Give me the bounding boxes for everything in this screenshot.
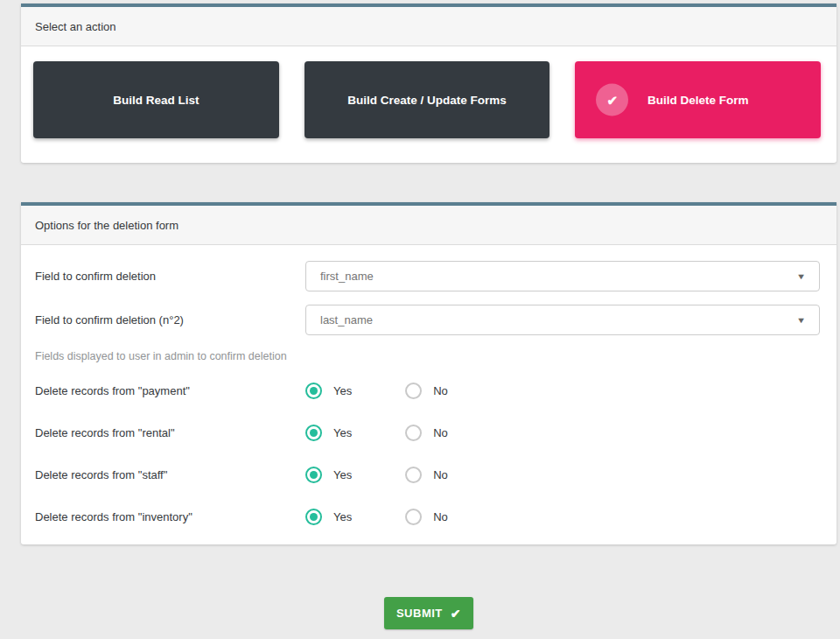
check-icon: ✔ [596, 84, 628, 116]
radio-option-yes[interactable]: Yes [305, 425, 352, 441]
radio-unselected-icon[interactable] [405, 509, 422, 525]
build-read-list-button[interactable]: Build Read List [33, 61, 279, 138]
radio-label: Yes [333, 510, 352, 523]
radio-option-no[interactable]: No [405, 467, 448, 483]
radio-row-staff: Delete records from "staff" Yes No [35, 460, 820, 488]
radio-option-yes[interactable]: Yes [305, 467, 352, 483]
select-value: last_name [320, 313, 373, 327]
chevron-down-icon: ▼ [796, 316, 806, 325]
field-label: Field to confirm deletion [35, 270, 305, 283]
radio-option-no[interactable]: No [405, 425, 448, 441]
radio-label: No [433, 510, 448, 523]
radio-label: No [433, 426, 448, 439]
action-panel: Select an action Build Read List Build C… [21, 4, 836, 163]
radio-label: No [433, 468, 448, 481]
radio-selected-icon[interactable] [305, 425, 322, 441]
radio-selected-icon[interactable] [305, 383, 322, 399]
radio-selected-icon[interactable] [305, 467, 322, 483]
radio-label: Yes [333, 426, 352, 439]
radio-unselected-icon[interactable] [405, 425, 422, 441]
radio-row-inventory: Delete records from "inventory" Yes No [35, 502, 820, 530]
radio-row-payment: Delete records from "payment" Yes No [35, 376, 820, 404]
action-panel-title: Select an action [21, 7, 836, 46]
page-content: Select an action Build Read List Build C… [21, 4, 836, 629]
radio-option-yes[interactable]: Yes [305, 509, 352, 525]
radio-label: Yes [333, 384, 352, 397]
field-label: Field to confirm deletion (n°2) [35, 313, 305, 327]
radio-unselected-icon[interactable] [405, 383, 422, 399]
helper-text: Fields displayed to user in admin to con… [35, 350, 820, 362]
options-form: Field to confirm deletion first_name ▼ F… [21, 245, 836, 544]
build-delete-form-button[interactable]: ✔ Build Delete Form [575, 61, 821, 138]
field-label: Delete records from "staff" [35, 468, 305, 481]
form-row-confirm-field-2: Field to confirm deletion (n°2) last_nam… [35, 305, 820, 335]
action-button-label: Build Delete Form [648, 94, 749, 107]
select-value: first_name [320, 270, 374, 283]
submit-area: SUBMIT ✔ [21, 597, 836, 629]
options-panel: Options for the deletion form Field to c… [21, 202, 836, 544]
action-buttons-row: Build Read List Build Create / Update Fo… [21, 46, 836, 163]
action-button-label: Build Create / Update Forms [347, 94, 507, 107]
radio-label: No [433, 384, 448, 397]
action-button-label: Build Read List [113, 94, 199, 107]
confirm-field-2-select[interactable]: last_name ▼ [305, 305, 820, 335]
options-panel-title: Options for the deletion form [21, 206, 836, 245]
radio-row-rental: Delete records from "rental" Yes No [35, 418, 820, 446]
submit-button-label: SUBMIT [396, 607, 443, 620]
field-label: Delete records from "payment" [35, 384, 305, 397]
submit-button[interactable]: SUBMIT ✔ [384, 597, 473, 629]
form-row-confirm-field-1: Field to confirm deletion first_name ▼ [35, 261, 820, 291]
radio-option-no[interactable]: No [405, 383, 448, 399]
radio-option-yes[interactable]: Yes [305, 383, 352, 399]
confirm-field-1-select[interactable]: first_name ▼ [305, 261, 820, 291]
field-label: Delete records from "inventory" [35, 510, 305, 523]
radio-label: Yes [333, 468, 352, 481]
radio-selected-icon[interactable] [305, 509, 322, 525]
build-create-update-forms-button[interactable]: Build Create / Update Forms [304, 61, 550, 138]
radio-option-no[interactable]: No [405, 509, 448, 525]
check-icon: ✔ [451, 607, 461, 621]
radio-unselected-icon[interactable] [405, 467, 422, 483]
chevron-down-icon: ▼ [796, 272, 806, 281]
field-label: Delete records from "rental" [35, 426, 305, 439]
